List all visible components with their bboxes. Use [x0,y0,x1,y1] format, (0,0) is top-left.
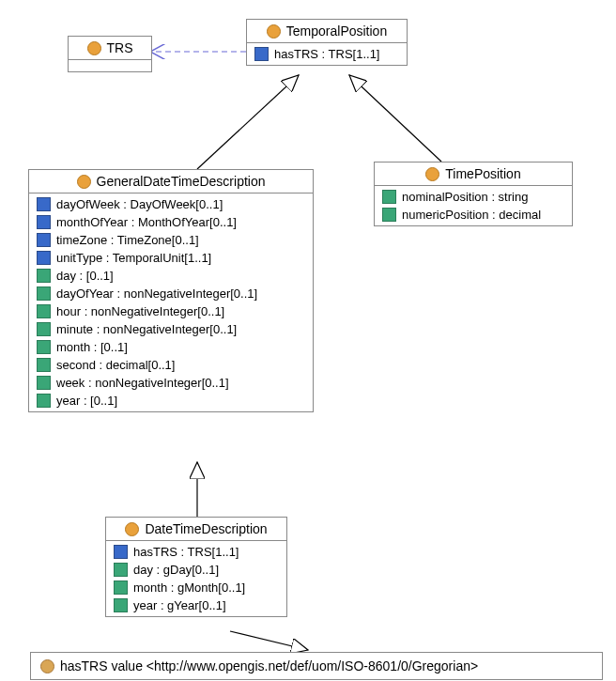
attr-text: hasTRS : TRS[1..1] [133,545,239,559]
class-attr: dayOfWeek : DayOfWeek[0..1] [29,195,313,213]
class-attrs-timeposition: nominalPosition : string numericPosition… [375,186,572,225]
class-attr: year : gYear[0..1] [106,596,286,614]
class-icon [77,175,91,189]
class-attr: month : [0..1] [29,338,313,356]
class-attr: hasTRS : TRS[1..1] [106,543,286,561]
prop-icon-green [37,394,51,408]
class-title-text: GeneralDateTimeDescription [97,174,266,189]
attr-text: month : [0..1] [56,340,128,354]
class-attr: month : gMonth[0..1] [106,579,286,596]
class-icon [267,24,281,39]
class-gdtd: GeneralDateTimeDescription dayOfWeek : D… [28,169,314,412]
class-attr: year : [0..1] [29,392,313,410]
class-title-temporalposition: TemporalPosition [247,20,407,43]
constraint-box: hasTRS value <http://www.opengis.net/def… [30,652,603,680]
class-title-text: TemporalPosition [286,23,387,39]
prop-icon-green [114,598,128,612]
prop-icon-green [382,208,396,222]
attr-text: monthOfYear : MonthOfYear[0..1] [56,215,237,229]
class-attr: dayOfYear : nonNegativeInteger[0..1] [29,285,313,302]
constraint-icon [40,659,54,673]
class-attrs-temporalposition: hasTRS : TRS[1..1] [247,43,407,65]
class-temporalposition: TemporalPosition hasTRS : TRS[1..1] [246,19,408,66]
prop-icon-green [37,322,51,336]
class-attr: minute : nonNegativeInteger[0..1] [29,320,313,338]
class-icon [87,41,101,55]
class-attr: numericPosition : decimal [375,206,572,224]
class-attr: second : decimal[0..1] [29,356,313,374]
attr-text: hour : nonNegativeInteger[0..1] [56,304,224,318]
edge-dtd-to-constraint [230,631,308,650]
class-attr: hasTRS : TRS[1..1] [247,45,407,63]
prop-icon-blue [254,47,269,61]
prop-icon-blue [37,197,51,211]
class-timeposition: TimePosition nominalPosition : string nu… [374,162,573,226]
attr-text: week : nonNegativeInteger[0..1] [56,376,229,390]
prop-icon-green [37,376,51,390]
attr-text: year : gYear[0..1] [133,598,226,612]
class-title-dtd: DateTimeDescription [106,518,286,541]
class-trs: TRS [68,36,152,72]
prop-icon-blue [114,545,128,559]
class-attr: week : nonNegativeInteger[0..1] [29,374,313,392]
class-title-trs: TRS [69,37,151,60]
prop-icon-green [37,340,51,354]
class-dtd: DateTimeDescription hasTRS : TRS[1..1] d… [105,517,287,617]
attr-text: day : gDay[0..1] [133,563,219,577]
prop-icon-green [114,580,128,595]
class-title-text: TimePosition [445,166,520,181]
class-title-timeposition: TimePosition [375,163,572,186]
prop-icon-green [37,286,51,301]
class-attrs-trs [69,60,151,71]
class-title-gdtd: GeneralDateTimeDescription [29,170,313,193]
attr-text: nominalPosition : string [402,190,528,204]
class-attr: unitType : TemporalUnit[1..1] [29,249,313,267]
edge-gdtd-to-temporalposition [197,75,299,169]
attr-text: minute : nonNegativeInteger[0..1] [56,322,237,336]
attr-text: dayOfYear : nonNegativeInteger[0..1] [56,286,257,301]
prop-icon-blue [37,215,51,229]
class-attrs-dtd: hasTRS : TRS[1..1] day : gDay[0..1] mont… [106,541,286,616]
attr-text: year : [0..1] [56,394,117,408]
attr-text: day : [0..1] [56,269,114,283]
attr-text: timeZone : TimeZone[0..1] [56,233,199,247]
prop-icon-green [37,269,51,283]
edge-timeposition-to-temporalposition [349,75,441,162]
prop-icon-green [114,563,128,577]
class-icon [425,167,439,181]
class-attr: nominalPosition : string [375,188,572,206]
attr-text: numericPosition : decimal [402,208,541,222]
class-attr: monthOfYear : MonthOfYear[0..1] [29,213,313,231]
attr-text: month : gMonth[0..1] [133,580,245,595]
attr-text: hasTRS : TRS[1..1] [274,47,379,61]
class-attr: day : [0..1] [29,267,313,285]
prop-icon-green [37,358,51,372]
prop-icon-green [382,190,396,204]
attr-text: unitType : TemporalUnit[1..1] [56,251,211,265]
prop-icon-blue [37,233,51,247]
class-title-text: TRS [107,40,133,55]
class-attrs-gdtd: dayOfWeek : DayOfWeek[0..1] monthOfYear … [29,193,313,411]
attr-text: second : decimal[0..1] [56,358,175,372]
class-attr: day : gDay[0..1] [106,561,286,579]
constraint-text: hasTRS value <http://www.opengis.net/def… [60,658,478,673]
class-title-text: DateTimeDescription [145,521,267,536]
prop-icon-green [37,304,51,318]
prop-icon-blue [37,251,51,265]
class-icon [125,522,139,536]
class-attr: timeZone : TimeZone[0..1] [29,231,313,249]
class-attr: hour : nonNegativeInteger[0..1] [29,302,313,320]
attr-text: dayOfWeek : DayOfWeek[0..1] [56,197,223,211]
